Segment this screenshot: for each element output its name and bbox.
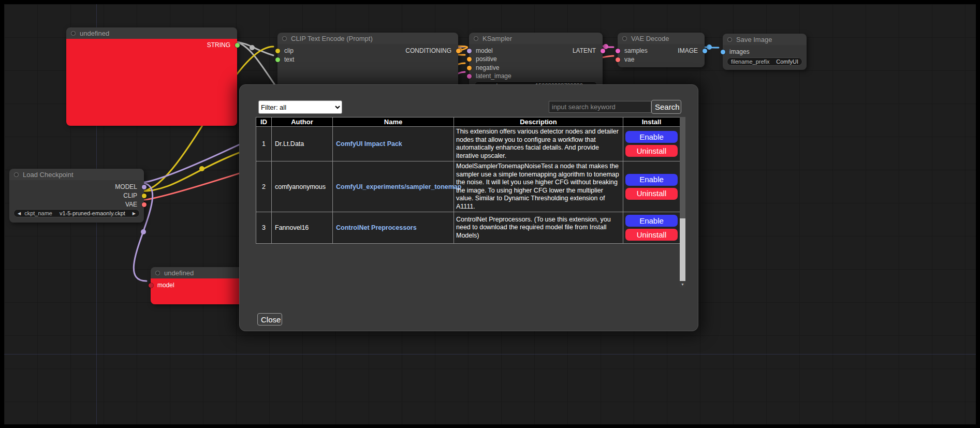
model-input-dot[interactable] [467, 49, 472, 53]
node-title: CLIP Text Encode (Prompt) [291, 35, 373, 42]
table-header-row: ID Author Name Description Install [256, 117, 680, 127]
image-output-dot[interactable] [703, 49, 707, 53]
node-body: samples IMAGE vae [618, 44, 705, 67]
model-output-dot[interactable] [142, 185, 147, 189]
install-actions: Enable Uninstall [624, 129, 679, 159]
collapse-dot-icon[interactable] [282, 36, 287, 41]
node-header[interactable]: undefined [151, 267, 249, 278]
enable-button[interactable]: Enable [625, 215, 678, 227]
text-input-dot[interactable] [275, 57, 280, 62]
col-header-author: Author [272, 117, 333, 127]
slot-row: positive [469, 55, 603, 63]
node-header[interactable]: Load Checkpoint [9, 169, 144, 180]
scroll-down-icon[interactable]: ▼ [680, 281, 685, 288]
model-input-dot[interactable] [149, 283, 153, 288]
extension-description: ModelSamplerTonemapNoiseTest a node that… [454, 161, 623, 212]
extension-author: comfyanonymous [272, 161, 333, 212]
filename-prefix-widget[interactable]: filename_prefix ComfyUI [727, 57, 802, 66]
vae-output-dot[interactable] [142, 202, 147, 207]
table-row: 2 comfyanonymous ComfyUI_experiments/sam… [256, 161, 680, 212]
node-title: Save Image [736, 36, 772, 43]
enable-button[interactable]: Enable [625, 174, 678, 186]
extension-manager-dialog: Filter: all Search ID Author Name Descri… [239, 84, 698, 331]
collapse-dot-icon[interactable] [622, 36, 627, 41]
slot-row: model LATENT [469, 47, 603, 55]
slot-row: samples IMAGE [618, 47, 705, 55]
extension-author: Dr.Lt.Data [272, 127, 333, 161]
images-input-dot[interactable] [721, 50, 725, 54]
table-row: 1 Dr.Lt.Data ComfyUI Impact Pack This ex… [256, 127, 680, 161]
collapse-dot-icon[interactable] [474, 36, 478, 41]
slot-row: vae [618, 55, 705, 64]
slot-row: images [723, 48, 807, 56]
ckpt-name-widget[interactable]: ◀ ckpt_name v1-5-pruned-emaonly.ckpt ▶ [13, 209, 140, 217]
node-header[interactable]: VAE Decode [618, 33, 705, 44]
node-vae-decode[interactable]: VAE Decode samples IMAGE vae [618, 33, 705, 67]
latent-image-input-dot[interactable] [467, 74, 472, 79]
extension-author: Fannovel16 [272, 212, 333, 244]
col-header-name: Name [333, 117, 454, 127]
filter-select[interactable]: Filter: all [258, 100, 342, 114]
filename-prefix-value: ComfyUI [776, 58, 798, 65]
node-load-checkpoint[interactable]: Load Checkpoint MODEL CLIP VAE ◀ ckpt_na [9, 169, 144, 223]
collapse-dot-icon[interactable] [155, 271, 160, 275]
output-slot-string: STRING [66, 41, 237, 49]
search-button[interactable]: Search [651, 100, 681, 114]
node-body: STRING [66, 39, 237, 126]
uninstall-button[interactable]: Uninstall [625, 229, 678, 241]
arrow-right-icon[interactable]: ▶ [133, 211, 136, 216]
scrollbar-thumb[interactable] [680, 117, 685, 218]
node-title: KSampler [482, 35, 512, 42]
link-midpoint-dot [707, 45, 712, 50]
extension-id: 3 [256, 212, 272, 244]
search-input[interactable] [549, 101, 651, 113]
link-midpoint-dot [199, 166, 204, 171]
extension-link[interactable]: ComfyUI_experiments/sampler_tonemap [336, 183, 461, 190]
slot-row: model [151, 281, 249, 289]
link-midpoint-dot [141, 229, 146, 234]
node-title: Load Checkpoint [23, 171, 74, 179]
positive-input-dot[interactable] [467, 57, 472, 62]
collapse-dot-icon[interactable] [71, 31, 76, 36]
node-header[interactable]: Save Image [723, 34, 807, 45]
node-title: VAE Decode [631, 35, 669, 42]
comfyui-window: undefined STRING CLIP Text Encode (Promp… [0, 0, 980, 428]
collapse-dot-icon[interactable] [14, 172, 19, 177]
node-header[interactable]: CLIP Text Encode (Prompt) [277, 33, 458, 44]
enable-button[interactable]: Enable [625, 131, 678, 143]
slot-row: MODEL [9, 183, 144, 191]
clip-output-dot[interactable] [142, 194, 147, 198]
node-undefined-top[interactable]: undefined STRING [66, 27, 237, 126]
node-ksampler[interactable]: KSampler model LATENT positive negative [469, 33, 603, 92]
install-actions: Enable Uninstall [624, 172, 679, 202]
negative-input-dot[interactable] [467, 66, 472, 70]
slot-row: latent_image [469, 72, 603, 80]
node-body: model [151, 278, 249, 304]
samples-input-dot[interactable] [616, 49, 620, 53]
uninstall-button[interactable]: Uninstall [625, 145, 678, 157]
extension-description: ControlNet Preprocessors. (To use this e… [454, 212, 623, 244]
table-row: 3 Fannovel16 ControlNet Preprocessors Co… [256, 212, 680, 244]
uninstall-button[interactable]: Uninstall [625, 188, 678, 200]
extension-link[interactable]: ComfyUI Impact Pack [336, 140, 402, 147]
vae-input-dot[interactable] [616, 57, 620, 62]
extension-table-wrap: ID Author Name Description Install 1 Dr.… [256, 117, 685, 288]
slot-row: clip CONDITIONING [277, 47, 458, 55]
slot-row: VAE [9, 200, 144, 209]
node-save-image[interactable]: Save Image images filename_prefix ComfyU… [723, 34, 807, 70]
collapse-dot-icon[interactable] [727, 37, 732, 42]
node-body: images filename_prefix ComfyUI [723, 45, 807, 70]
close-button[interactable]: Close [257, 313, 282, 326]
string-output-dot[interactable] [235, 43, 240, 48]
latent-output-dot[interactable] [601, 49, 605, 53]
scrollbar[interactable]: ▼ [680, 117, 685, 288]
node-header[interactable]: KSampler [469, 33, 603, 44]
node-undefined-bottom[interactable]: undefined model [151, 267, 249, 304]
arrow-left-icon[interactable]: ◀ [18, 211, 21, 216]
extension-link[interactable]: ControlNet Preprocessors [336, 224, 417, 231]
node-header[interactable]: undefined [66, 27, 237, 39]
extension-table: ID Author Name Description Install 1 Dr.… [256, 117, 680, 244]
grid-axis-horizontal [4, 354, 976, 355]
conditioning-output-dot[interactable] [456, 49, 461, 53]
clip-input-dot[interactable] [275, 49, 280, 53]
